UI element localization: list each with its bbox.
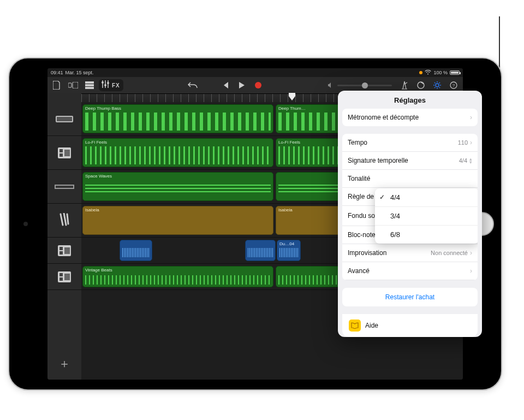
- stepper-icon: ▴▾: [469, 157, 472, 164]
- timesig-option-4-4[interactable]: ✓ 4/4: [375, 188, 478, 206]
- track-header-1[interactable]: [47, 102, 81, 136]
- region-label: Isabela: [85, 208, 99, 212]
- row-label: Avancé: [348, 267, 370, 275]
- svg-rect-27: [64, 274, 70, 280]
- region-label: Space Waves: [85, 174, 112, 179]
- row-label: Tonalité: [348, 175, 370, 182]
- svg-text:?: ?: [452, 83, 455, 88]
- timesig-option-3-4[interactable]: 3/4: [375, 206, 478, 225]
- settings-popover: Réglages Métronome et décompte › Tempo 1…: [338, 91, 482, 337]
- track-header-2[interactable]: [47, 136, 81, 170]
- region-label: Lo-Fi Feels: [85, 140, 107, 145]
- row-label: Improvisation: [348, 249, 386, 257]
- region-audio[interactable]: [245, 240, 276, 261]
- tracks-view-button[interactable]: [82, 79, 97, 91]
- svg-rect-19: [56, 186, 73, 188]
- wifi-icon: [425, 70, 431, 76]
- chevron-right-icon: ›: [470, 267, 472, 275]
- timesig-value: 4/4: [459, 157, 467, 164]
- undo-button[interactable]: [186, 79, 200, 91]
- chevron-right-icon: ›: [470, 249, 472, 257]
- row-label: Bloc-notes: [348, 231, 379, 239]
- row-label: Règle de: [348, 193, 374, 200]
- svg-rect-17: [64, 150, 70, 156]
- row-advanced[interactable]: Avancé ›: [342, 262, 478, 280]
- battery-percent: 100 %: [433, 70, 448, 75]
- status-bar: 09:41 Mar. 15 sept. 100 %: [47, 68, 463, 77]
- region-midi[interactable]: Deep Thump Bass: [82, 104, 273, 133]
- restore-label: Restaurer l'achat: [385, 293, 434, 301]
- region-audio[interactable]: Isabela: [82, 206, 273, 235]
- row-label: Tempo: [348, 139, 367, 146]
- row-jam-session[interactable]: Improvisation Non connecté›: [342, 244, 478, 262]
- battery-icon: [450, 70, 460, 75]
- row-key[interactable]: Tonalité: [342, 170, 478, 188]
- row-help[interactable]: Aide: [342, 314, 478, 337]
- date-label: Mar. 15 sept.: [66, 70, 94, 75]
- region-midi[interactable]: Space Waves: [82, 172, 273, 201]
- svg-rect-4: [85, 87, 94, 89]
- svg-rect-13: [57, 117, 72, 121]
- chevron-right-icon: ›: [470, 139, 472, 146]
- speaker-icon: [327, 82, 334, 88]
- help-book-icon: [349, 320, 361, 332]
- jam-status: Non connecté: [431, 250, 468, 256]
- help-button[interactable]: ?: [446, 79, 461, 91]
- option-label: 6/8: [390, 230, 400, 239]
- go-to-start-button[interactable]: [218, 79, 233, 91]
- track-header-5[interactable]: [47, 238, 81, 264]
- option-label: 4/4: [390, 193, 400, 202]
- svg-rect-1: [73, 82, 78, 88]
- svg-rect-21: [59, 247, 63, 250]
- tempo-value: 110: [458, 139, 468, 146]
- region-audio[interactable]: [120, 240, 152, 261]
- region-label: Isabela: [278, 208, 293, 212]
- track-header-6[interactable]: [47, 264, 81, 290]
- svg-point-9: [436, 84, 439, 87]
- region-label: Vintage Beats: [85, 268, 112, 273]
- region-label: Deep Thump Bass: [85, 106, 121, 111]
- popover-title: Réglages: [338, 91, 482, 109]
- settings-button[interactable]: [430, 79, 444, 91]
- track-header-3[interactable]: [47, 170, 81, 204]
- svg-rect-22: [59, 251, 63, 255]
- browser-button[interactable]: [66, 79, 80, 91]
- check-icon: ✓: [379, 193, 385, 201]
- loop-browser-button[interactable]: [414, 79, 428, 91]
- region-label: Deep Thum…: [278, 106, 306, 111]
- timesig-option-6-8[interactable]: 6/8: [375, 225, 478, 244]
- row-label: Signature temporelle: [348, 157, 408, 164]
- record-button[interactable]: [251, 79, 265, 91]
- row-tempo[interactable]: Tempo 110›: [342, 134, 478, 152]
- svg-rect-3: [85, 84, 94, 86]
- playhead[interactable]: [289, 93, 295, 100]
- region-midi[interactable]: Vintage Beats: [82, 266, 273, 287]
- svg-rect-0: [68, 83, 72, 87]
- svg-rect-26: [59, 277, 63, 281]
- metronome-icon[interactable]: [397, 79, 412, 91]
- svg-rect-2: [85, 81, 94, 84]
- chevron-right-icon: ›: [470, 114, 472, 121]
- track-controls-group: FX: [99, 79, 123, 91]
- play-button[interactable]: [235, 79, 249, 91]
- front-camera: [23, 222, 28, 226]
- my-songs-button[interactable]: [50, 79, 64, 91]
- track-headers: [47, 102, 81, 380]
- region-label: Lo-Fi Feels: [278, 140, 300, 145]
- option-label: 3/4: [390, 212, 400, 220]
- restore-purchase-button[interactable]: Restaurer l'achat: [342, 288, 478, 306]
- mixer-icon[interactable]: [101, 80, 110, 90]
- help-label: Aide: [365, 322, 378, 329]
- row-metronome[interactable]: Métronome et décompte ›: [342, 109, 478, 126]
- fx-button[interactable]: FX: [111, 82, 121, 88]
- master-volume-slider[interactable]: [327, 82, 395, 88]
- row-label: Métronome et décompte: [348, 114, 419, 121]
- svg-point-8: [418, 82, 424, 88]
- time-signature-menu: ✓ 4/4 3/4 6/8: [375, 188, 478, 244]
- track-header-4[interactable]: [47, 204, 81, 238]
- region-audio[interactable]: Du…04: [277, 240, 301, 261]
- svg-rect-25: [59, 273, 63, 276]
- row-time-signature[interactable]: Signature temporelle 4/4 ▴▾: [342, 152, 478, 170]
- add-track-button[interactable]: ＋: [56, 356, 73, 372]
- region-midi[interactable]: Lo-Fi Feels: [82, 138, 273, 167]
